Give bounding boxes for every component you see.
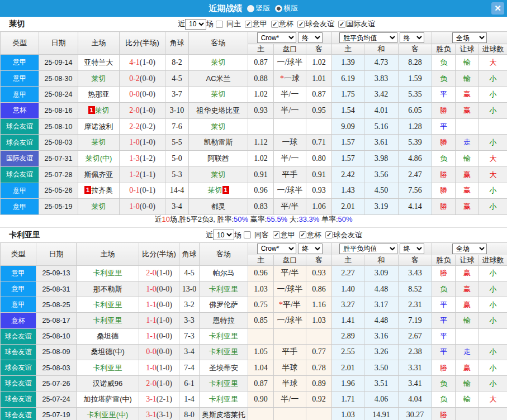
fulltime-score: 0-0 <box>146 347 157 356</box>
team-label: 都灵 <box>211 202 226 211</box>
scope-select[interactable]: 全场 <box>452 32 487 43</box>
result-cell: 勝 <box>432 103 456 119</box>
sub-header-3: 主 <box>332 44 364 55</box>
odds-home-cell: 0.85 <box>248 313 274 328</box>
filter-checkbox-4[interactable] <box>338 21 345 28</box>
odds-time-select[interactable]: 终 <box>298 244 323 254</box>
avg-draw-cell: 3.42 <box>364 87 399 103</box>
avg-home-cell: 1.40 <box>332 281 364 297</box>
away-team-cell: 卡利亚里 <box>200 281 248 297</box>
filter-checkbox-3[interactable] <box>325 231 333 238</box>
handicap-cell: 平/半 <box>274 265 306 281</box>
scope-select[interactable]: 全场 <box>452 244 487 254</box>
team-label: 热那亚 <box>88 90 110 98</box>
team-label: 卡利亚里 <box>209 332 238 340</box>
filter-checkbox-1[interactable] <box>245 21 252 28</box>
avg-draw-cell: 3.61 <box>364 135 399 151</box>
layout-radio-horizontal[interactable] <box>275 5 282 12</box>
avg-draw-cell: 4.48 <box>364 281 399 297</box>
score-cell: 0-0(0-0) <box>120 87 165 103</box>
filter-checkbox-1[interactable] <box>273 231 280 238</box>
avg-home-cell: 2.01 <box>332 360 364 376</box>
filter-checkbox-0[interactable] <box>216 21 223 28</box>
odds-source-header: Crow* 终 <box>248 242 332 255</box>
matches-table-away: 类型日期主场比分(半场)角球客场Crow* 终胜平负均值 终全场主盘口客主和客胜… <box>0 242 507 420</box>
col-header-2: 主场 <box>77 242 139 265</box>
odds-home-cell: 0.93 <box>248 103 274 119</box>
handicap-cell: 平手 <box>274 166 306 183</box>
odds-source-select[interactable]: Crow* <box>257 32 296 43</box>
team-text: 莱切 <box>208 186 222 194</box>
avg-time-select[interactable]: 终 <box>400 32 424 43</box>
avg-source-select[interactable]: 胜平负均值 <box>339 32 397 43</box>
odds-source-select[interactable]: Crow* <box>257 244 296 254</box>
type-cell: 意甲 <box>1 55 39 71</box>
close-button[interactable]: ✕ <box>491 2 504 15</box>
type-cell: 球会友谊 <box>1 344 36 360</box>
odds-time-select[interactable]: 终 <box>298 32 323 43</box>
avg-away-cell: 30.27 <box>399 407 432 420</box>
result-cell: 勝 <box>432 199 456 215</box>
summary-line-home: 近10场,胜5平2负3, 胜率:50% 赢率:55.5% 大:33.3% 单率:… <box>0 215 507 225</box>
filter-controls-home: 近 10 场同主意甲意杯球会友谊国际友谊 <box>178 17 375 31</box>
filter-checkbox-3[interactable] <box>297 21 305 28</box>
result-cell: 负 <box>432 376 456 392</box>
filter-checkbox-2[interactable] <box>271 21 278 28</box>
corner-cell: 8-0 <box>179 407 200 420</box>
filter-checkbox-0[interactable] <box>244 231 251 238</box>
home-team-cell: 斯佩齐亚 <box>78 166 120 183</box>
goals-result-text: 小 <box>490 138 497 146</box>
score-cell: 0-2(0-0) <box>120 70 165 87</box>
recent-count-select[interactable]: 10 <box>185 19 206 30</box>
filterbar-home: 莱切 近 10 场同主意甲意杯球会友谊国际友谊 <box>0 17 507 31</box>
sub-header-0: 主 <box>248 44 274 55</box>
col-header-4: 角球 <box>179 242 200 265</box>
handicap-result-cell <box>456 407 479 420</box>
match-row: 国际友谊25-07-31莱切(中)1-3(1-2)5-0阿联酋1.02半/一0.… <box>1 151 507 167</box>
filter-checkbox-2[interactable] <box>299 231 306 238</box>
fulltime-score: 1-2 <box>129 170 140 179</box>
home-team-cell: 热那亚 <box>78 87 120 103</box>
summary-segment: 50% <box>338 215 353 223</box>
team-text: 恩特拉 <box>213 316 235 324</box>
corner-cell: 1-4 <box>179 392 200 407</box>
team-label: 莱切(中) <box>86 154 112 163</box>
result-text: 负 <box>440 285 447 293</box>
type-cell: 意甲 <box>1 199 39 215</box>
team-label: 莱切 <box>92 202 106 211</box>
recent-count-select[interactable]: 10 <box>213 230 234 240</box>
avg-home-cell: 1.57 <box>332 151 364 167</box>
date-cell: 25-07-19 <box>36 407 77 420</box>
home-team-cell: 加拉塔萨雷(中) <box>77 392 139 407</box>
live-star: * <box>279 300 283 309</box>
avg-home-cell: 1.71 <box>332 392 364 407</box>
away-team-cell: AC米兰 <box>189 70 248 87</box>
goals-result-cell: 大 <box>479 166 507 183</box>
handicap-result-text: 輸 <box>463 395 471 403</box>
team-text: 凯勒雷斯 <box>204 138 233 146</box>
avg-home-cell: 1.41 <box>332 313 364 328</box>
odds-away-cell <box>306 407 332 420</box>
corner-cell: 5-3 <box>165 166 189 183</box>
filter-controls-away: 近 10 场同客意甲意杯球会友谊 <box>206 228 362 242</box>
result-text: 勝 <box>440 269 447 277</box>
score-cell: 1-1(0-0) <box>139 297 179 313</box>
away-team-cell: 都灵 <box>189 199 248 215</box>
team-text: 加拉塔萨雷(中) <box>83 395 132 403</box>
odds-away-cell: 0.77 <box>306 344 332 360</box>
away-team-cell: 恩特拉 <box>200 313 248 328</box>
layout-radio-vertical[interactable] <box>247 5 254 12</box>
corner-cell: 3-4 <box>179 344 200 360</box>
avg-away-cell: 6.05 <box>399 103 432 119</box>
avg-source-select[interactable]: 胜平负均值 <box>339 244 397 254</box>
team-label: AC米兰 <box>206 74 230 83</box>
fulltime-score: 3-1 <box>146 411 157 419</box>
avg-time-select[interactable]: 终 <box>400 244 424 254</box>
team-label: 祖华史塔比亚 <box>197 106 240 114</box>
handicap-result-text: 赢 <box>463 202 471 211</box>
avg-home-cell: 1.57 <box>332 135 364 151</box>
home-team-cell: 卡利亚里 <box>77 313 139 328</box>
handicap-result-text: 赢 <box>463 170 471 179</box>
type-cell: 意杯 <box>1 313 36 328</box>
team-name-home: 莱切 <box>9 19 25 29</box>
